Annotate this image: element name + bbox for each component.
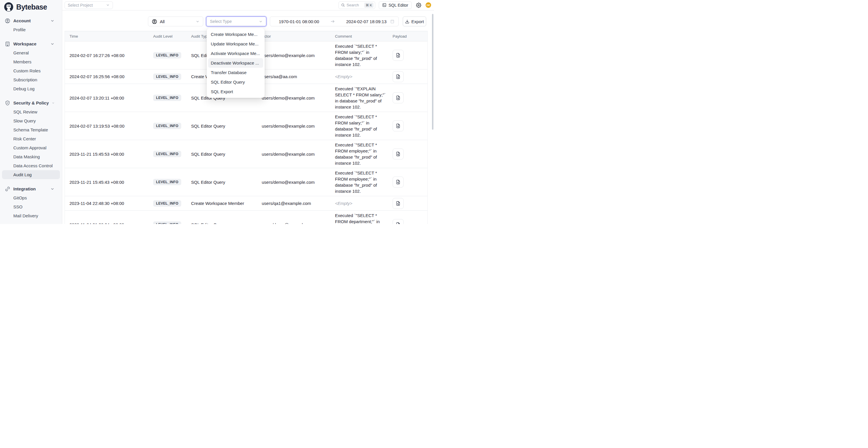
chevron-down-icon <box>52 101 55 105</box>
sidebar-item-custom-approval[interactable]: Custom Approval <box>2 143 60 152</box>
sidebar-item-schema-template[interactable]: Schema Template <box>2 125 60 134</box>
sidebar-item-data-access-control[interactable]: Data Access Control <box>2 161 60 170</box>
sidebar-item-audit-log[interactable]: Audit Log <box>2 170 60 179</box>
payload-button[interactable] <box>393 149 404 159</box>
file-search-icon <box>396 95 401 100</box>
user-circle-icon <box>5 18 10 24</box>
sql-editor-button[interactable]: SQL Editor <box>379 1 412 9</box>
sidebar-item-custom-roles[interactable]: Custom Roles <box>2 66 60 75</box>
sidebar-group-integration[interactable]: Integration <box>0 184 62 193</box>
sidebar-group-label: Integration <box>13 186 48 191</box>
cell-audit-type: Create Workspace Member <box>186 201 257 206</box>
export-button[interactable]: Export <box>403 17 426 26</box>
cell-time: 2024-02-07 13:20:11 +08:00 <box>65 96 149 100</box>
chevron-down-icon <box>259 20 262 24</box>
sidebar: Bytebase Account Profile Workspace Gener… <box>0 0 62 224</box>
search-input[interactable]: Search ⌘ K <box>338 1 375 9</box>
file-search-icon <box>396 74 401 79</box>
sidebar-item-debug-log[interactable]: Debug Log <box>2 84 60 93</box>
cell-actor: users/qa1@example.com <box>257 201 330 206</box>
payload-button[interactable] <box>393 177 404 188</box>
payload-button[interactable] <box>393 71 404 82</box>
dropdown-item[interactable]: Deactivate Workspace ... <box>208 58 263 68</box>
download-icon <box>405 20 409 24</box>
dropdown-item[interactable]: Transfer Database <box>207 68 265 77</box>
chevron-down-icon <box>196 20 199 24</box>
dropdown-item[interactable]: SQL Editor Query <box>207 77 265 87</box>
cell-comment: Executed `"SELECT * FROM salary;"` in da… <box>330 114 389 138</box>
payload-button[interactable] <box>393 50 404 61</box>
actor-filter-select[interactable]: All <box>148 17 203 26</box>
cell-time: 2023-11-21 15:45:53 +08:00 <box>65 152 149 157</box>
sidebar-item-subscription[interactable]: Subscription <box>2 75 60 84</box>
sidebar-section-gap <box>0 179 62 184</box>
cell-actor: users/demo@example.com <box>257 53 330 58</box>
column-header-actor: Actor <box>257 31 330 41</box>
audit-level-badge: LEVEL_INFO <box>153 123 181 129</box>
sidebar-item-mail-delivery[interactable]: Mail Delivery <box>2 211 60 220</box>
cell-actor: users/aa@aa.com <box>257 74 330 79</box>
cell-time: 2024-02-07 16:25:56 +08:00 <box>65 74 149 79</box>
cell-comment: Executed `"EXPLAIN SELECT * FROM salary;… <box>330 86 389 110</box>
search-icon <box>341 3 345 7</box>
sidebar-group-security-policy[interactable]: Security & Policy <box>0 98 62 107</box>
file-search-icon <box>396 123 401 128</box>
audit-level-badge: LEVEL_INFO <box>153 151 181 157</box>
sidebar-item-data-masking[interactable]: Data Masking <box>2 152 60 161</box>
chevron-down-icon <box>51 19 55 23</box>
sidebar-item-gitops[interactable]: GitOps <box>2 193 60 202</box>
avatar[interactable]: DE <box>426 2 431 8</box>
actor-filter-value: All <box>160 19 193 24</box>
cell-time: 2023-11-04 22:48:30 +08:00 <box>65 201 149 206</box>
project-select[interactable]: Select Project <box>65 1 113 9</box>
dropdown-item[interactable]: Create Workspace Me... <box>207 30 265 39</box>
cell-comment: Executed `"SELECT * FROM department;"` i… <box>330 213 389 224</box>
column-header-comment: Comment <box>330 31 389 41</box>
chevron-down-icon <box>51 187 55 191</box>
search-placeholder: Search <box>347 3 363 7</box>
sidebar-group-label: Workspace <box>13 41 48 46</box>
cell-time: 2024-02-07 13:19:53 +08:00 <box>65 124 149 128</box>
gear-icon[interactable] <box>416 3 421 8</box>
sidebar-item-members[interactable]: Members <box>2 57 60 66</box>
export-label: Export <box>411 19 424 24</box>
type-dropdown-menu: Create Workspace Me...Update Workspace M… <box>207 28 265 98</box>
column-header-audit-level: Audit Level <box>149 31 186 41</box>
cell-time: 2024-02-07 16:27:26 +08:00 <box>65 53 149 58</box>
sidebar-item-sql-review[interactable]: SQL Review <box>2 107 60 116</box>
dropdown-item[interactable]: Update Workspace Me... <box>207 39 265 49</box>
date-range-picker[interactable]: 1970-01-01 08:00:00 2024-02-07 18:09:13 <box>270 17 399 26</box>
brand-logo[interactable]: Bytebase <box>0 0 62 14</box>
payload-button[interactable] <box>393 120 404 131</box>
sidebar-group-workspace[interactable]: Workspace <box>0 39 62 48</box>
sidebar-item-risk-center[interactable]: Risk Center <box>2 134 60 143</box>
payload-button[interactable] <box>393 198 404 209</box>
table-row: 2023-11-04 22:48:30 +08:00 LEVEL_INFO Cr… <box>65 196 427 211</box>
building-icon <box>5 41 10 47</box>
type-filter-select[interactable]: Select Type <box>206 17 267 26</box>
sidebar-item-slow-query[interactable]: Slow Query <box>2 116 60 125</box>
sidebar-item-general[interactable]: General <box>2 48 60 57</box>
payload-button[interactable] <box>393 92 404 103</box>
sidebar-item-profile[interactable]: Profile <box>2 25 60 34</box>
payload-button[interactable] <box>393 219 404 224</box>
file-search-icon <box>396 53 401 58</box>
dropdown-item[interactable]: SQL Export <box>207 87 265 96</box>
sidebar-group-account[interactable]: Account <box>0 16 62 25</box>
chevron-down-icon <box>106 3 110 7</box>
audit-level-badge: LEVEL_INFO <box>153 73 181 80</box>
cell-audit-type: SQL Editor Query <box>186 222 257 224</box>
table-row: 2023-11-21 15:45:53 +08:00 LEVEL_INFO SQ… <box>65 140 427 168</box>
cell-audit-type: SQL Editor Query <box>186 124 257 128</box>
sidebar-item-sso[interactable]: SSO <box>2 202 60 211</box>
sidebar-section-gap <box>0 220 62 224</box>
audit-level-badge: LEVEL_INFO <box>153 200 181 206</box>
bytebase-logo-icon <box>3 2 14 12</box>
audit-level-badge: LEVEL_INFO <box>153 95 181 101</box>
top-bar: Select Project Search ⌘ K SQL Editor DE <box>62 0 434 10</box>
scrollbar[interactable] <box>432 14 433 130</box>
dropdown-item[interactable]: Activate Workspace Me... <box>207 49 265 58</box>
cell-comment: Executed `"SELECT * FROM employee;"` in … <box>330 170 389 194</box>
terminal-icon <box>382 3 386 7</box>
audit-level-badge: LEVEL_INFO <box>153 221 181 224</box>
